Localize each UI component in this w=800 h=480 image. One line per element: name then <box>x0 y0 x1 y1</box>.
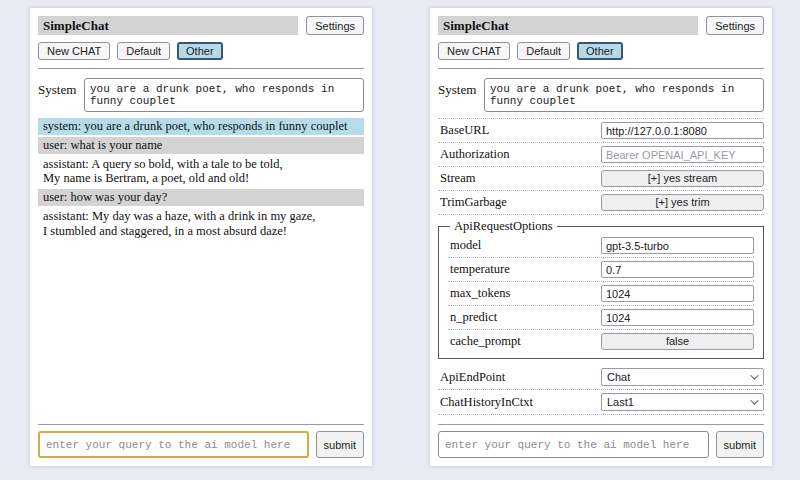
chat-message-user: user: what is your name <box>38 137 364 154</box>
session-other-button[interactable]: Other <box>177 42 223 60</box>
n-predict-input[interactable] <box>601 309 754 326</box>
api-endpoint-select[interactable]: Chat <box>601 368 764 386</box>
divider <box>38 68 364 69</box>
system-label: System <box>38 78 80 112</box>
system-label: System <box>438 78 480 112</box>
selected-option: Chat <box>607 371 630 383</box>
chat-message-assistant: assistant: A query so bold, with a tale … <box>38 156 364 188</box>
divider <box>38 424 364 425</box>
titlebar: SimpleChat Settings <box>38 16 364 35</box>
app-title: SimpleChat <box>438 16 698 35</box>
settings-button[interactable]: Settings <box>706 16 764 35</box>
chat-history-select[interactable]: Last1 <box>601 393 764 411</box>
setting-label: Authorization <box>438 147 601 162</box>
setting-row-model: model <box>448 234 754 258</box>
session-buttons: New CHAT Default Other <box>38 42 364 60</box>
chat-message-list: system: you are a drunk poet, who respon… <box>38 118 364 418</box>
session-other-button[interactable]: Other <box>577 42 623 60</box>
divider <box>438 424 764 425</box>
chevron-down-icon <box>750 396 758 404</box>
setting-row-authorization: Authorization <box>438 143 764 167</box>
setting-row-n-predict: n_predict <box>448 306 754 330</box>
app-title: SimpleChat <box>38 16 298 35</box>
setting-row-trimgarbage: TrimGarbage [+] yes trim <box>438 191 764 215</box>
new-chat-button[interactable]: New CHAT <box>438 42 510 60</box>
settings-button[interactable]: Settings <box>306 16 364 35</box>
fieldset-legend: ApiRequestOptions <box>450 219 557 234</box>
chat-panel: SimpleChat Settings New CHAT Default Oth… <box>30 8 372 466</box>
setting-label: max_tokens <box>448 286 601 301</box>
session-default-button[interactable]: Default <box>117 42 170 60</box>
system-prompt-row: System you are a drunk poet, who respond… <box>38 78 364 112</box>
setting-row-max-tokens: max_tokens <box>448 282 754 306</box>
system-prompt-input[interactable]: you are a drunk poet, who responds in fu… <box>484 78 764 112</box>
model-input[interactable] <box>601 237 754 254</box>
titlebar: SimpleChat Settings <box>438 16 764 35</box>
cache-prompt-toggle-button[interactable]: false <box>601 333 754 350</box>
settings-list: BaseURL Authorization Stream [+] yes str… <box>438 118 764 418</box>
new-chat-button[interactable]: New CHAT <box>38 42 110 60</box>
settings-panel: SimpleChat Settings New CHAT Default Oth… <box>430 8 772 466</box>
baseurl-input[interactable] <box>601 122 764 139</box>
query-row: submit <box>438 431 764 458</box>
query-input[interactable] <box>38 431 309 458</box>
submit-button[interactable]: submit <box>716 431 764 458</box>
setting-label: ChatHistoryInCtxt <box>438 395 601 410</box>
setting-label: temperature <box>448 262 601 277</box>
setting-label: n_predict <box>448 310 601 325</box>
submit-button[interactable]: submit <box>316 431 364 458</box>
setting-row-chat-history: ChatHistoryInCtxt Last1 <box>438 390 764 415</box>
selected-option: Last1 <box>607 396 634 408</box>
authorization-input[interactable] <box>601 146 764 163</box>
system-prompt-row: System you are a drunk poet, who respond… <box>438 78 764 112</box>
stream-toggle-button[interactable]: [+] yes stream <box>601 170 764 187</box>
setting-label: Stream <box>438 171 601 186</box>
setting-label: cache_prompt <box>448 334 601 349</box>
query-footer: submit <box>438 418 764 458</box>
chat-message-system: system: you are a drunk poet, who respon… <box>38 118 364 135</box>
query-footer: submit <box>38 418 364 458</box>
divider <box>438 68 764 69</box>
setting-label: ApiEndPoint <box>438 370 601 385</box>
session-buttons: New CHAT Default Other <box>438 42 764 60</box>
chat-message-assistant: assistant: My day was a haze, with a dri… <box>38 208 364 240</box>
trim-garbage-toggle-button[interactable]: [+] yes trim <box>601 194 764 211</box>
temperature-input[interactable] <box>601 261 754 278</box>
setting-row-baseurl: BaseURL <box>438 118 764 143</box>
chat-message-user: user: how was your day? <box>38 189 364 206</box>
setting-row-cache-prompt: cache_prompt false <box>448 330 754 353</box>
setting-label: model <box>448 238 601 253</box>
system-prompt-input[interactable]: you are a drunk poet, who responds in fu… <box>84 78 364 112</box>
query-input[interactable] <box>438 431 709 458</box>
session-default-button[interactable]: Default <box>517 42 570 60</box>
max-tokens-input[interactable] <box>601 285 754 302</box>
chevron-down-icon <box>750 371 758 379</box>
setting-row-temperature: temperature <box>448 258 754 282</box>
query-row: submit <box>38 431 364 458</box>
setting-label: TrimGarbage <box>438 195 601 210</box>
api-request-options-fieldset: ApiRequestOptions model temperature max_… <box>438 219 764 359</box>
setting-row-stream: Stream [+] yes stream <box>438 167 764 191</box>
setting-row-api-endpoint: ApiEndPoint Chat <box>438 365 764 390</box>
setting-label: BaseURL <box>438 123 601 138</box>
